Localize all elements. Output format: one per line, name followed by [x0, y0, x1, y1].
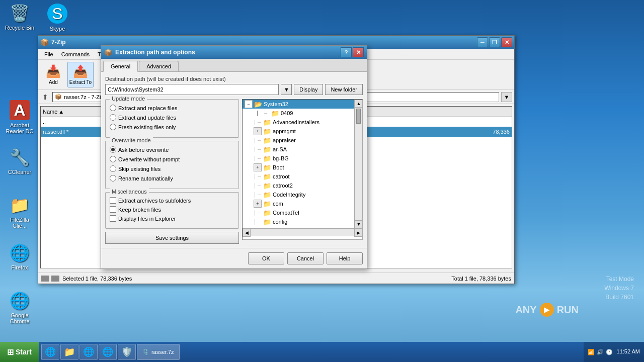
- taskbar-app-shield[interactable]: 🛡️: [118, 344, 136, 360]
- scroll-thumb[interactable]: [356, 109, 361, 124]
- tab-advanced[interactable]: Advanced: [139, 61, 179, 71]
- radio-overwrite-without[interactable]: Overwrite without prompt: [110, 156, 234, 162]
- status-right: Total 1 file, 78,336 bytes: [287, 276, 511, 282]
- watermark: Test Mode Windows 7 Build 7601: [604, 275, 634, 302]
- radio-ask-before[interactable]: Ask before overwrite: [110, 146, 234, 153]
- address-dropdown[interactable]: ▼: [501, 92, 512, 102]
- dialog-close-button[interactable]: ✕: [353, 47, 364, 57]
- tree-item-bgbg[interactable]: │ ─ 📁 bg-BG: [243, 154, 362, 163]
- hscroll-left-arrow[interactable]: ◀: [243, 229, 251, 237]
- start-button[interactable]: ⊞ Start: [0, 342, 39, 362]
- back-button[interactable]: ⬆: [40, 92, 50, 102]
- tree-item-appraiser[interactable]: │ ─ 📁 appraiser: [243, 136, 362, 145]
- tree-item-0409[interactable]: │ ─ 📁 0409: [243, 109, 362, 118]
- menu-commands[interactable]: Commands: [57, 50, 94, 58]
- tree-item-configuration[interactable]: │ ─ 📁 Configuration: [243, 226, 362, 228]
- save-settings-button[interactable]: Save settings: [105, 232, 239, 244]
- cb-label-extract-subfolders: Extract archives to subfolders: [118, 198, 191, 204]
- toolbar-extract[interactable]: 📤 Extract To: [67, 62, 94, 87]
- tree-item-catroot2[interactable]: │ ─ 📁 catroot2: [243, 181, 362, 190]
- tree-expand-boot[interactable]: +: [254, 163, 262, 171]
- folder-icon-catroot: 📁: [263, 173, 271, 180]
- cb-box-display-explorer: [110, 215, 116, 222]
- folder-icon-config: 📁: [263, 218, 271, 226]
- watermark-testmode: Test Mode: [604, 275, 634, 284]
- tree-item-system32[interactable]: − 📂 System32: [243, 100, 362, 109]
- close-button[interactable]: ✕: [501, 37, 512, 47]
- dest-dropdown-btn[interactable]: ▼: [281, 84, 292, 95]
- skype-label: Skype: [50, 26, 65, 32]
- status-icon1: [41, 276, 49, 282]
- desktop-icon-skype[interactable]: S Skype: [39, 2, 75, 34]
- help-button[interactable]: Help: [327, 252, 363, 264]
- desktop-icon-chrome[interactable]: 🌐 Google Chrome: [2, 289, 38, 326]
- extraction-dialog: 📦 Extraction path and options ? ✕ Genera…: [101, 45, 367, 269]
- tree-label-catroot2: catroot2: [273, 183, 293, 189]
- tree-item-boot[interactable]: + 📁 Boot: [243, 163, 362, 172]
- desktop-icon-filezilla[interactable]: 📁 FileZilla Clie...: [2, 194, 38, 231]
- miscellaneous-group: Miscellaneous Extract archives to subfol…: [105, 192, 239, 229]
- display-button[interactable]: Display: [294, 84, 323, 95]
- radio-rename-auto[interactable]: Rename automatically: [110, 175, 234, 182]
- taskbar-app-chrome[interactable]: 🌐: [79, 344, 98, 360]
- tree-item-advancedinstallers[interactable]: │ ─ 📁 AdvancedInstallers: [243, 118, 362, 127]
- watermark-build: Build 7601: [604, 293, 634, 302]
- radio-extract-replace[interactable]: Extract and replace files: [110, 105, 234, 111]
- tree-item-catroot[interactable]: │ ─ 📁 catroot: [243, 172, 362, 181]
- tree-expand-system32[interactable]: −: [245, 100, 253, 108]
- cb-extract-subfolders[interactable]: Extract archives to subfolders: [110, 197, 234, 204]
- tree-item-arsa[interactable]: │ ─ 📁 ar-SA: [243, 145, 362, 154]
- clock[interactable]: 11:52 AM: [617, 348, 640, 355]
- tree-line-0409: ─: [262, 109, 270, 117]
- ok-button[interactable]: OK: [248, 252, 284, 264]
- dest-path-input[interactable]: [105, 84, 279, 95]
- radio-circle-fresh-existing: [110, 124, 116, 130]
- tray-network-icon: 📶: [588, 349, 595, 355]
- taskbar-app-ie2[interactable]: 🌐: [99, 344, 117, 360]
- cb-label-keep-broken: Keep broken files: [118, 207, 161, 213]
- dialog-help-button[interactable]: ?: [341, 47, 352, 57]
- col-name-label: Name: [43, 109, 57, 115]
- folder-tree[interactable]: − 📂 System32 │ ─ 📁 0409: [242, 99, 363, 240]
- anyrun-play-icon: ▶: [540, 303, 554, 317]
- tree-expand-com[interactable]: +: [254, 200, 262, 208]
- scroll-up-arrow[interactable]: ▲: [355, 100, 362, 108]
- tree-item-config[interactable]: │ ─ 📁 config: [243, 217, 362, 226]
- new-folder-button[interactable]: New folder: [325, 84, 363, 95]
- dialog-tabs: General Advanced: [101, 59, 367, 72]
- desktop-icon-recycle-bin[interactable]: 🗑️ Recycle Bin: [2, 2, 38, 33]
- scroll-down-arrow[interactable]: ▼: [355, 220, 362, 228]
- tree-label-bgbg: bg-BG: [273, 155, 289, 161]
- cb-keep-broken[interactable]: Keep broken files: [110, 206, 234, 213]
- taskbar-app-rasser[interactable]: 🗜️ rasser.7z: [137, 344, 180, 360]
- dialog-title-icon: 📦: [104, 49, 112, 56]
- desktop-icon-acrobat[interactable]: A Acrobat Reader DC: [2, 98, 38, 136]
- desktop-icon-ccleaner[interactable]: 🔧 CCleaner: [2, 146, 38, 177]
- taskbar-app-ie[interactable]: 🌐: [41, 344, 59, 360]
- hscroll-track[interactable]: [251, 229, 354, 236]
- update-mode-title: Update mode: [110, 96, 147, 102]
- tree-item-codeintegrity[interactable]: │ ─ 📁 CodeIntegrity: [243, 190, 362, 199]
- desktop-icon-firefox[interactable]: 🌐 Firefox: [2, 241, 38, 273]
- minimize-button[interactable]: ─: [477, 37, 488, 47]
- tree-expand-appmgmt[interactable]: +: [254, 127, 262, 135]
- taskbar-tray-icons: 📶 🔊 🕐: [588, 349, 613, 355]
- menu-file[interactable]: File: [40, 50, 57, 58]
- cancel-button[interactable]: Cancel: [287, 252, 324, 264]
- tree-label-codeintegrity: CodeIntegrity: [273, 192, 305, 198]
- tree-scrollbar[interactable]: ▲ ▼: [354, 100, 362, 228]
- tree-item-com[interactable]: + 📁 com: [243, 199, 362, 208]
- taskbar-app-explorer[interactable]: 📁: [60, 344, 78, 360]
- tab-general[interactable]: General: [103, 61, 138, 72]
- radio-skip-existing[interactable]: Skip existing files: [110, 165, 234, 172]
- toolbar-add[interactable]: 📥 Add: [40, 62, 66, 87]
- tree-item-compattel[interactable]: │ ─ 📁 CompatTel: [243, 208, 362, 217]
- cb-display-explorer[interactable]: Display files in Explorer: [110, 215, 234, 222]
- tree-item-appmgmt[interactable]: + 📁 appmgmt: [243, 127, 362, 136]
- radio-fresh-existing[interactable]: Fresh existing files only: [110, 124, 234, 130]
- radio-extract-update[interactable]: Extract and update files: [110, 114, 234, 121]
- hscroll-right-arrow[interactable]: ▶: [354, 229, 362, 237]
- restore-button[interactable]: ❐: [489, 37, 500, 47]
- taskbar-rasser-icon: 🗜️: [142, 349, 149, 355]
- tree-hscroll[interactable]: ◀ ▶: [243, 228, 362, 236]
